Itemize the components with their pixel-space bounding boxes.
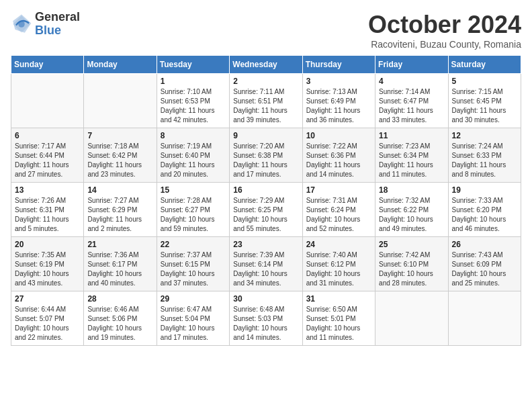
day-number: 27 xyxy=(15,294,80,304)
calendar-cell: 8Sunrise: 7:19 AM Sunset: 6:40 PM Daylig… xyxy=(157,128,229,183)
logo-blue: Blue xyxy=(35,24,80,38)
day-info: Sunrise: 7:11 AM Sunset: 6:51 PM Dayligh… xyxy=(233,87,298,125)
day-number: 31 xyxy=(306,294,371,304)
calendar-cell: 18Sunrise: 7:32 AM Sunset: 6:22 PM Dayli… xyxy=(375,183,448,237)
day-info: Sunrise: 7:17 AM Sunset: 6:44 PM Dayligh… xyxy=(15,142,80,179)
day-number: 12 xyxy=(452,131,517,140)
day-info: Sunrise: 7:33 AM Sunset: 6:20 PM Dayligh… xyxy=(452,196,517,234)
day-number: 14 xyxy=(87,185,152,195)
day-number: 20 xyxy=(15,240,80,249)
calendar-week-1: 1Sunrise: 7:10 AM Sunset: 6:53 PM Daylig… xyxy=(11,74,521,128)
day-info: Sunrise: 7:23 AM Sunset: 6:34 PM Dayligh… xyxy=(379,142,444,179)
calendar-table: SundayMondayTuesdayWednesdayThursdayFrid… xyxy=(11,55,521,346)
calendar-cell: 22Sunrise: 7:37 AM Sunset: 6:15 PM Dayli… xyxy=(157,237,229,291)
calendar-cell: 26Sunrise: 7:43 AM Sunset: 6:09 PM Dayli… xyxy=(448,237,521,291)
day-number: 3 xyxy=(306,77,371,86)
calendar-cell: 23Sunrise: 7:39 AM Sunset: 6:14 PM Dayli… xyxy=(230,237,302,291)
logo-general: General xyxy=(35,11,80,24)
calendar-cell: 28Sunrise: 6:46 AM Sunset: 5:06 PM Dayli… xyxy=(84,291,157,346)
calendar-cell: 9Sunrise: 7:20 AM Sunset: 6:38 PM Daylig… xyxy=(230,128,302,183)
day-number: 7 xyxy=(87,131,152,140)
page-header: General Blue October 2024 Racoviteni, Bu… xyxy=(11,11,521,50)
month-title: October 2024 xyxy=(368,11,521,39)
calendar-cell: 6Sunrise: 7:17 AM Sunset: 6:44 PM Daylig… xyxy=(11,128,84,183)
calendar-body: 1Sunrise: 7:10 AM Sunset: 6:53 PM Daylig… xyxy=(11,74,521,346)
calendar-cell: 20Sunrise: 7:35 AM Sunset: 6:19 PM Dayli… xyxy=(11,237,84,291)
calendar-cell: 31Sunrise: 6:50 AM Sunset: 5:01 PM Dayli… xyxy=(302,291,375,346)
calendar-cell xyxy=(448,291,521,346)
calendar-cell: 7Sunrise: 7:18 AM Sunset: 6:42 PM Daylig… xyxy=(84,128,157,183)
day-header-monday: Monday xyxy=(84,56,157,74)
logo: General Blue xyxy=(11,11,80,38)
calendar-header: SundayMondayTuesdayWednesdayThursdayFrid… xyxy=(11,56,521,74)
day-info: Sunrise: 7:43 AM Sunset: 6:09 PM Dayligh… xyxy=(452,250,517,288)
calendar-cell: 12Sunrise: 7:24 AM Sunset: 6:33 PM Dayli… xyxy=(448,128,521,183)
calendar-cell: 11Sunrise: 7:23 AM Sunset: 6:34 PM Dayli… xyxy=(375,128,448,183)
day-header-friday: Friday xyxy=(375,56,448,74)
day-info: Sunrise: 7:18 AM Sunset: 6:42 PM Dayligh… xyxy=(87,142,152,179)
day-info: Sunrise: 6:50 AM Sunset: 5:01 PM Dayligh… xyxy=(306,305,371,342)
day-number: 17 xyxy=(306,185,371,195)
day-number: 16 xyxy=(233,185,298,195)
day-info: Sunrise: 7:36 AM Sunset: 6:17 PM Dayligh… xyxy=(87,250,152,288)
calendar-cell: 25Sunrise: 7:42 AM Sunset: 6:10 PM Dayli… xyxy=(375,237,448,291)
calendar-cell: 30Sunrise: 6:48 AM Sunset: 5:03 PM Dayli… xyxy=(230,291,302,346)
calendar-cell: 17Sunrise: 7:31 AM Sunset: 6:24 PM Dayli… xyxy=(302,183,375,237)
day-header-thursday: Thursday xyxy=(302,56,375,74)
day-info: Sunrise: 7:42 AM Sunset: 6:10 PM Dayligh… xyxy=(379,250,444,288)
title-block: October 2024 Racoviteni, Buzau County, R… xyxy=(368,11,521,50)
calendar-cell xyxy=(11,74,84,128)
calendar-cell: 4Sunrise: 7:14 AM Sunset: 6:47 PM Daylig… xyxy=(375,74,448,128)
logo-icon xyxy=(11,13,32,35)
day-info: Sunrise: 7:15 AM Sunset: 6:45 PM Dayligh… xyxy=(452,87,517,125)
day-info: Sunrise: 7:19 AM Sunset: 6:40 PM Dayligh… xyxy=(161,142,226,179)
day-info: Sunrise: 6:47 AM Sunset: 5:04 PM Dayligh… xyxy=(161,305,226,342)
calendar-week-4: 20Sunrise: 7:35 AM Sunset: 6:19 PM Dayli… xyxy=(11,237,521,291)
calendar-cell: 24Sunrise: 7:40 AM Sunset: 6:12 PM Dayli… xyxy=(302,237,375,291)
day-info: Sunrise: 6:44 AM Sunset: 5:07 PM Dayligh… xyxy=(15,305,80,342)
day-info: Sunrise: 7:24 AM Sunset: 6:33 PM Dayligh… xyxy=(452,142,517,179)
calendar-cell: 21Sunrise: 7:36 AM Sunset: 6:17 PM Dayli… xyxy=(84,237,157,291)
day-number: 15 xyxy=(161,185,226,195)
calendar-cell: 2Sunrise: 7:11 AM Sunset: 6:51 PM Daylig… xyxy=(230,74,302,128)
day-number: 6 xyxy=(15,131,80,140)
day-header-wednesday: Wednesday xyxy=(230,56,302,74)
day-number: 4 xyxy=(379,77,444,86)
day-info: Sunrise: 6:46 AM Sunset: 5:06 PM Dayligh… xyxy=(87,305,152,342)
day-info: Sunrise: 7:32 AM Sunset: 6:22 PM Dayligh… xyxy=(379,196,444,234)
day-info: Sunrise: 7:35 AM Sunset: 6:19 PM Dayligh… xyxy=(15,250,80,288)
location: Racoviteni, Buzau County, Romania xyxy=(368,39,521,50)
day-info: Sunrise: 7:31 AM Sunset: 6:24 PM Dayligh… xyxy=(306,196,371,234)
calendar-cell: 27Sunrise: 6:44 AM Sunset: 5:07 PM Dayli… xyxy=(11,291,84,346)
calendar-week-2: 6Sunrise: 7:17 AM Sunset: 6:44 PM Daylig… xyxy=(11,128,521,183)
svg-point-2 xyxy=(18,21,25,28)
calendar-cell xyxy=(375,291,448,346)
day-number: 5 xyxy=(452,77,517,86)
day-header-tuesday: Tuesday xyxy=(157,56,229,74)
day-number: 8 xyxy=(161,131,226,140)
day-info: Sunrise: 7:26 AM Sunset: 6:31 PM Dayligh… xyxy=(15,196,80,234)
calendar-cell: 29Sunrise: 6:47 AM Sunset: 5:04 PM Dayli… xyxy=(157,291,229,346)
day-header-saturday: Saturday xyxy=(448,56,521,74)
day-info: Sunrise: 6:48 AM Sunset: 5:03 PM Dayligh… xyxy=(233,305,298,342)
calendar-week-3: 13Sunrise: 7:26 AM Sunset: 6:31 PM Dayli… xyxy=(11,183,521,237)
day-info: Sunrise: 7:13 AM Sunset: 6:49 PM Dayligh… xyxy=(306,87,371,125)
day-info: Sunrise: 7:20 AM Sunset: 6:38 PM Dayligh… xyxy=(233,142,298,179)
calendar-cell: 19Sunrise: 7:33 AM Sunset: 6:20 PM Dayli… xyxy=(448,183,521,237)
day-info: Sunrise: 7:22 AM Sunset: 6:36 PM Dayligh… xyxy=(306,142,371,179)
logo-text: General Blue xyxy=(35,11,80,38)
day-number: 11 xyxy=(379,131,444,140)
calendar-week-5: 27Sunrise: 6:44 AM Sunset: 5:07 PM Dayli… xyxy=(11,291,521,346)
day-info: Sunrise: 7:10 AM Sunset: 6:53 PM Dayligh… xyxy=(161,87,226,125)
day-number: 23 xyxy=(233,240,298,249)
day-info: Sunrise: 7:37 AM Sunset: 6:15 PM Dayligh… xyxy=(161,250,226,288)
calendar-cell: 13Sunrise: 7:26 AM Sunset: 6:31 PM Dayli… xyxy=(11,183,84,237)
calendar-cell: 14Sunrise: 7:27 AM Sunset: 6:29 PM Dayli… xyxy=(84,183,157,237)
day-info: Sunrise: 7:28 AM Sunset: 6:27 PM Dayligh… xyxy=(161,196,226,234)
day-info: Sunrise: 7:27 AM Sunset: 6:29 PM Dayligh… xyxy=(87,196,152,234)
calendar-cell: 3Sunrise: 7:13 AM Sunset: 6:49 PM Daylig… xyxy=(302,74,375,128)
day-header-sunday: Sunday xyxy=(11,56,84,74)
day-number: 18 xyxy=(379,185,444,195)
header-row: SundayMondayTuesdayWednesdayThursdayFrid… xyxy=(11,56,521,74)
calendar-cell: 10Sunrise: 7:22 AM Sunset: 6:36 PM Dayli… xyxy=(302,128,375,183)
